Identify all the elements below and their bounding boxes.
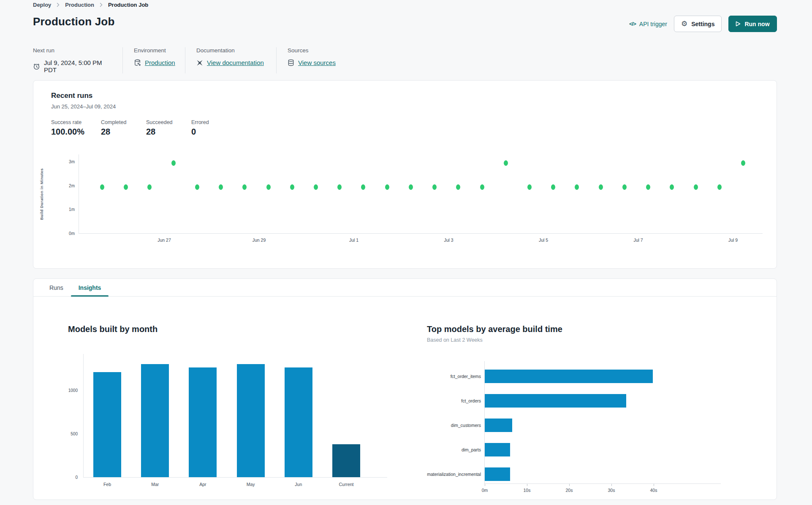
run-dot[interactable]	[219, 184, 223, 190]
breadcrumb: Deploy Production Production Job	[33, 2, 148, 8]
model-bar	[485, 443, 510, 456]
run-dot[interactable]	[195, 184, 199, 190]
run-dot[interactable]	[266, 184, 271, 190]
info-label: Next run	[33, 47, 111, 54]
y-axis-tick-label: 1m	[62, 207, 75, 212]
stat-errored: Errored 0	[191, 119, 209, 137]
run-dot[interactable]	[456, 184, 460, 190]
run-dot[interactable]	[409, 184, 413, 190]
next-run-value: Jul 9, 2024, 5:00 PM PDT	[44, 59, 111, 73]
run-dot[interactable]	[147, 184, 152, 190]
run-dot[interactable]	[432, 184, 437, 190]
run-dot[interactable]	[314, 184, 318, 190]
tab-insights[interactable]: Insights	[71, 279, 109, 296]
model-name-label: fct_orders	[461, 398, 481, 403]
view-documentation-link[interactable]: View documentation	[207, 59, 264, 66]
model-name-label: fct_order_items	[451, 374, 481, 379]
run-dot[interactable]	[504, 160, 508, 166]
play-icon	[736, 21, 741, 27]
stat-succeeded: Succeeded 28	[146, 119, 191, 137]
run-dot[interactable]	[670, 184, 674, 190]
chevron-right-icon	[56, 3, 60, 7]
run-dot[interactable]	[361, 184, 365, 190]
x-axis-tick-mark	[527, 484, 527, 486]
build-duration-scatter-chart: 0m1m2m3mJun 27Jun 29Jul 1Jul 3Jul 5Jul 7…	[79, 154, 763, 234]
page-title: Production Job	[33, 15, 114, 28]
production-job-page: Deploy Production Production Job Product…	[0, 0, 812, 505]
month-bar	[332, 444, 360, 477]
environment-icon	[134, 59, 141, 66]
model-name-label: dim_parts	[462, 447, 481, 452]
run-dot[interactable]	[741, 160, 745, 166]
info-environment: Environment Production	[122, 47, 185, 73]
run-dot[interactable]	[694, 184, 698, 190]
y-axis-tick-label: 1000	[65, 388, 78, 393]
breadcrumb-deploy[interactable]: Deploy	[33, 2, 51, 8]
run-dot[interactable]	[171, 160, 176, 166]
x-axis-category-label: Feb	[94, 482, 121, 487]
x-axis-tick-label: Jul 3	[435, 238, 462, 243]
run-dot[interactable]	[599, 184, 603, 190]
info-label: Environment	[134, 47, 174, 54]
top-models-chart-subtitle: Based on Last 2 Weeks	[427, 337, 483, 343]
recent-runs-card: Recent runs Jun 25, 2024–Jul 09, 2024 Su…	[33, 80, 777, 269]
x-axis-category-label: Mar	[141, 482, 168, 487]
chevron-right-icon	[99, 3, 103, 7]
run-dot[interactable]	[575, 184, 579, 190]
x-axis-tick-label: 10s	[518, 488, 536, 493]
run-dot[interactable]	[622, 184, 627, 190]
run-dot[interactable]	[551, 184, 555, 190]
gear-icon: ⚙	[681, 20, 687, 27]
recent-runs-stats: Success rate 100.00% Completed 28 Succee…	[51, 119, 209, 137]
models-built-chart-title: Models built by month	[68, 324, 158, 334]
y-axis-tick-label: 2m	[62, 184, 75, 188]
x-axis-category-label: Current	[333, 482, 360, 487]
environment-link[interactable]: Production	[145, 59, 175, 66]
x-axis-tick-label: Jun 27	[151, 238, 178, 243]
info-sources: Sources View sources	[276, 47, 347, 73]
recent-runs-date-range: Jun 25, 2024–Jul 09, 2024	[51, 103, 116, 110]
x-axis-tick-label: Jul 5	[530, 238, 557, 243]
dbt-logo-icon	[196, 59, 203, 66]
x-axis-tick-label: 40s	[644, 488, 663, 493]
info-label: Sources	[288, 47, 336, 54]
top-models-hbar-chart: fct_order_itemsfct_ordersdim_customersdi…	[484, 361, 721, 484]
alarm-clock-icon	[33, 63, 40, 70]
database-icon	[288, 59, 294, 66]
job-info-row: Next run Jul 9, 2024, 5:00 PM PDT Enviro…	[33, 47, 347, 73]
run-dot[interactable]	[100, 184, 104, 190]
model-bar	[485, 370, 653, 383]
api-trigger-link[interactable]: </> API trigger	[629, 21, 667, 27]
x-axis-category-label: May	[237, 482, 264, 487]
model-bar	[485, 394, 626, 408]
x-axis-tick-label: Jul 9	[720, 238, 747, 243]
run-dot[interactable]	[480, 184, 484, 190]
view-sources-link[interactable]: View sources	[298, 59, 336, 66]
month-bar	[93, 372, 121, 477]
x-axis-tick-label: Jul 7	[625, 238, 652, 243]
run-dot[interactable]	[527, 184, 532, 190]
info-documentation: Documentation View documentation	[185, 47, 276, 73]
x-axis-tick-mark	[485, 484, 485, 486]
run-dot[interactable]	[242, 184, 247, 190]
month-bar	[141, 364, 169, 477]
run-dot[interactable]	[337, 184, 342, 190]
code-icon: </>	[629, 21, 636, 27]
run-dot[interactable]	[385, 184, 389, 190]
api-trigger-label: API trigger	[639, 21, 667, 27]
breadcrumb-production[interactable]: Production	[65, 2, 94, 8]
model-bar	[485, 419, 512, 432]
run-dot[interactable]	[646, 184, 650, 190]
month-bar	[189, 367, 217, 477]
x-axis-tick-label: 0m	[475, 488, 494, 493]
run-now-button[interactable]: Run now	[728, 16, 777, 32]
run-dot[interactable]	[290, 184, 294, 190]
tab-runs[interactable]: Runs	[42, 279, 71, 296]
run-dot[interactable]	[124, 184, 128, 190]
settings-button[interactable]: ⚙ Settings	[674, 16, 722, 32]
run-dot[interactable]	[717, 184, 722, 190]
model-name-label: dim_customers	[451, 423, 481, 428]
stat-success-rate: Success rate 100.00%	[51, 119, 101, 137]
y-axis-tick-label: 0m	[62, 231, 75, 236]
x-axis-tick-mark	[654, 484, 654, 486]
